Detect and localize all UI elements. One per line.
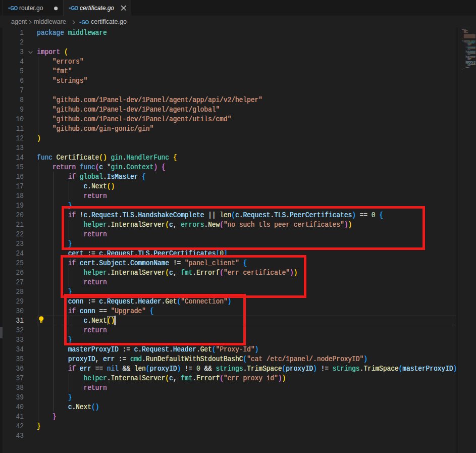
svg-text:GO: GO bbox=[71, 6, 78, 11]
svg-text:GO: GO bbox=[81, 20, 88, 25]
svg-text:GO: GO bbox=[10, 6, 17, 11]
